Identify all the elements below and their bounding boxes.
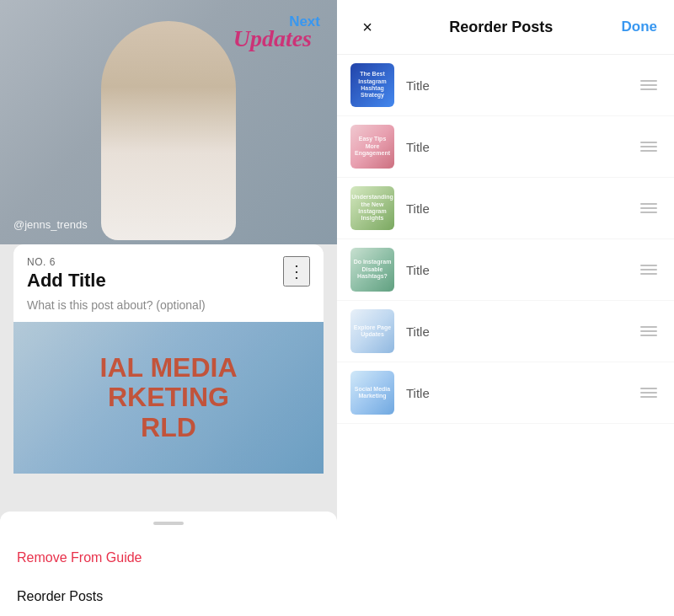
post-description: What is this post about? (optional): [13, 298, 324, 322]
left-panel: Next Updates @jenns_trends NO. 6 Add Tit…: [0, 0, 337, 616]
drag-handle[interactable]: [637, 77, 661, 94]
post-meta: NO. 6 Add Title ⋮: [13, 244, 324, 298]
post-row: The Best Instagram Hashtag StrategyTitle: [337, 55, 674, 116]
sheet-handle: [153, 522, 184, 525]
drag-handle[interactable]: [637, 261, 661, 278]
post-row-title: Title: [406, 201, 625, 216]
drag-handle[interactable]: [637, 384, 661, 401]
left-header: Next: [272, 0, 337, 44]
post-title: Add Title: [27, 270, 106, 292]
post-row-title: Title: [406, 78, 625, 93]
post-row: Easy Tips More EngagementTitle: [337, 116, 674, 178]
post-image: IAL MEDIARKETINGRLD: [13, 322, 324, 474]
right-panel-header: × Reorder Posts Done: [337, 0, 674, 55]
post-row-title: Title: [406, 263, 625, 277]
next-button[interactable]: Next: [289, 13, 320, 30]
panel-title: Reorder Posts: [381, 19, 622, 36]
drag-handle[interactable]: [637, 138, 661, 155]
drag-handle[interactable]: [637, 323, 661, 340]
bottom-sheet: Remove From Guide Reorder Posts: [0, 512, 337, 616]
post-row-title: Title: [406, 386, 625, 400]
post-row: Understanding the New Instagram Insights…: [337, 178, 674, 239]
post-row: Social Media MarketingTitle: [337, 362, 674, 424]
post-image-inner: IAL MEDIARKETINGRLD: [13, 322, 324, 474]
post-row: Do Instagram Disable Hashtags?Title: [337, 239, 674, 301]
close-button[interactable]: ×: [354, 13, 381, 40]
drag-handle[interactable]: [637, 200, 661, 217]
post-thumbnail: Understanding the New Instagram Insights: [350, 186, 394, 230]
post-card: NO. 6 Add Title ⋮ What is this post abou…: [13, 244, 324, 474]
more-options-button[interactable]: ⋮: [283, 256, 310, 287]
post-thumbnail: Explore Page Updates: [350, 309, 394, 353]
post-number: NO. 6: [27, 256, 106, 268]
posts-list: The Best Instagram Hashtag StrategyTitle…: [337, 55, 674, 616]
post-thumbnail: Do Instagram Disable Hashtags?: [350, 248, 394, 292]
done-button[interactable]: Done: [622, 19, 658, 35]
post-row-title: Title: [406, 140, 625, 154]
reorder-posts-button[interactable]: Reorder Posts: [0, 577, 337, 616]
post-thumbnail: Social Media Marketing: [350, 371, 394, 415]
remove-from-guide-button[interactable]: Remove From Guide: [0, 538, 337, 577]
post-row-title: Title: [406, 324, 625, 339]
right-panel: × Reorder Posts Done The Best Instagram …: [337, 0, 674, 616]
post-row: Explore Page UpdatesTitle: [337, 301, 674, 362]
post-thumbnail: The Best Instagram Hashtag Strategy: [350, 63, 394, 107]
post-thumbnail: Easy Tips More Engagement: [350, 125, 394, 169]
mural-text: IAL MEDIARKETINGRLD: [100, 353, 238, 442]
woman-figure: [101, 21, 236, 240]
post-info: NO. 6 Add Title: [27, 256, 106, 292]
watermark: @jenns_trends: [13, 218, 88, 231]
